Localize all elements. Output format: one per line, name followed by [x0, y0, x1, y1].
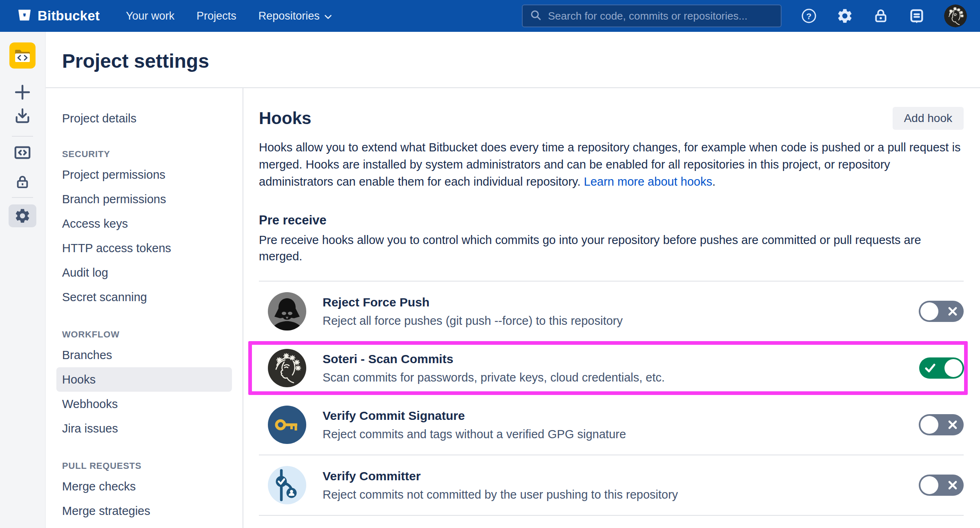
gold-key-avatar — [268, 406, 306, 444]
sidebar-item-webhooks[interactable]: Webhooks — [46, 392, 243, 416]
lock-icon[interactable] — [872, 7, 889, 24]
bitbucket-project-settings-page: Bitbucket Your work Projects Repositorie… — [0, 0, 980, 528]
bitbucket-logo-icon — [17, 8, 32, 24]
nav-your-work[interactable]: Your work — [126, 10, 174, 22]
hook-toggle[interactable] — [919, 301, 964, 322]
hooks-intro: Hooks allow you to extend what Bitbucket… — [259, 139, 964, 190]
hook-row: Verify Commit Signature Reject commits a… — [259, 395, 964, 455]
top-navbar: Bitbucket Your work Projects Repositorie… — [0, 0, 980, 32]
hook-title: Verify Commit Signature — [323, 409, 626, 423]
rail-divider — [12, 136, 33, 137]
learn-more-link[interactable]: Learn more about hooks — [584, 175, 712, 188]
pre-receive-heading: Pre receive — [259, 213, 964, 228]
hook-title: Soteri - Scan Commits — [323, 352, 665, 366]
nav-repositories[interactable]: Repositories — [258, 10, 332, 22]
hook-toggle[interactable] — [919, 414, 964, 435]
sidebar-item-branch-permissions[interactable]: Branch permissions — [46, 187, 243, 211]
brand-label: Bitbucket — [38, 8, 100, 24]
sidebar-item-http-access-tokens[interactable]: HTTP access tokens — [46, 236, 243, 260]
hook-row: Soteri - Scan Commits Scan commits for p… — [248, 341, 968, 395]
darth-vader-avatar — [268, 292, 306, 331]
main-content: Hooks Add hook Hooks allow you to extend… — [244, 88, 980, 528]
project-avatar[interactable] — [9, 42, 36, 69]
page-header: Project settings — [46, 32, 980, 88]
user-avatar[interactable] — [944, 4, 967, 27]
sidebar-item-merge-checks[interactable]: Merge checks — [46, 474, 243, 499]
hook-list: Reject Force Push Reject all force pushe… — [259, 281, 964, 516]
hook-title: Reject Force Push — [323, 295, 623, 309]
hook-row: Verify Committer Reject commits not comm… — [259, 455, 964, 516]
navbar-right-cluster: ? — [522, 4, 967, 27]
sidebar-item-audit-log[interactable]: Audit log — [46, 260, 243, 285]
hook-title: Verify Committer — [323, 469, 678, 483]
page-title: Project settings — [62, 50, 209, 72]
search-input[interactable] — [548, 10, 774, 22]
commit-graph-user-avatar — [268, 466, 306, 504]
security-lock-icon[interactable] — [13, 173, 32, 191]
sidebar-item-access-keys[interactable]: Access keys — [46, 211, 243, 236]
chevron-down-icon — [324, 10, 332, 22]
sidebar-item-hooks[interactable]: Hooks — [56, 367, 232, 392]
hook-description: Reject commits not committed by the user… — [323, 488, 678, 501]
pre-receive-description: Pre receive hooks allow you to control w… — [259, 232, 953, 264]
admin-settings-gear-icon[interactable] — [836, 7, 853, 24]
global-search[interactable] — [522, 4, 782, 27]
add-hook-button[interactable]: Add hook — [893, 107, 964, 130]
settings-sidebar: Project details SECURITY Project permiss… — [46, 88, 243, 528]
hook-description: Reject all force pushes (git push --forc… — [323, 314, 623, 328]
import-download-icon[interactable] — [13, 106, 32, 125]
hook-description: Reject commits and tags without a verifi… — [323, 428, 626, 441]
sidebar-item-merge-strategies[interactable]: Merge strategies — [46, 499, 243, 523]
left-rail — [0, 32, 46, 528]
bitbucket-home-link[interactable]: Bitbucket — [17, 8, 100, 24]
hook-toggle[interactable] — [919, 475, 964, 496]
primary-nav: Your work Projects Repositories — [126, 10, 332, 22]
toggle-knob — [920, 416, 938, 434]
project-settings-gear-icon[interactable] — [9, 204, 36, 227]
rail-divider — [12, 197, 33, 198]
help-icon[interactable]: ? — [800, 7, 817, 24]
nav-projects[interactable]: Projects — [196, 10, 236, 22]
sidebar-section-security: SECURITY — [46, 146, 243, 162]
sidebar-item-project-permissions[interactable]: Project permissions — [46, 162, 243, 187]
sidebar-item-secret-scanning[interactable]: Secret scanning — [46, 285, 243, 309]
sidebar-item-branches[interactable]: Branches — [46, 343, 243, 367]
toggle-knob — [944, 359, 962, 377]
toggle-knob — [920, 302, 938, 320]
sidebar-item-project-details[interactable]: Project details — [46, 106, 243, 131]
sidebar-section-pull-requests: PULL REQUESTS — [46, 458, 243, 474]
sidebar-section-workflow: WORKFLOW — [46, 326, 243, 343]
create-plus-icon[interactable] — [13, 83, 32, 102]
soteri-face-avatar — [268, 349, 306, 387]
hook-toggle[interactable] — [919, 357, 964, 379]
source-code-icon[interactable] — [13, 143, 32, 162]
feedback-icon[interactable] — [908, 7, 925, 24]
sidebar-item-jira-issues[interactable]: Jira issues — [46, 416, 243, 441]
search-icon — [529, 9, 542, 23]
svg-text:?: ? — [806, 11, 812, 21]
hook-description: Scan commits for passwords, private keys… — [323, 371, 665, 384]
hooks-heading: Hooks — [259, 109, 311, 128]
hook-row: Reject Force Push Reject all force pushe… — [259, 282, 964, 342]
toggle-knob — [920, 476, 938, 494]
